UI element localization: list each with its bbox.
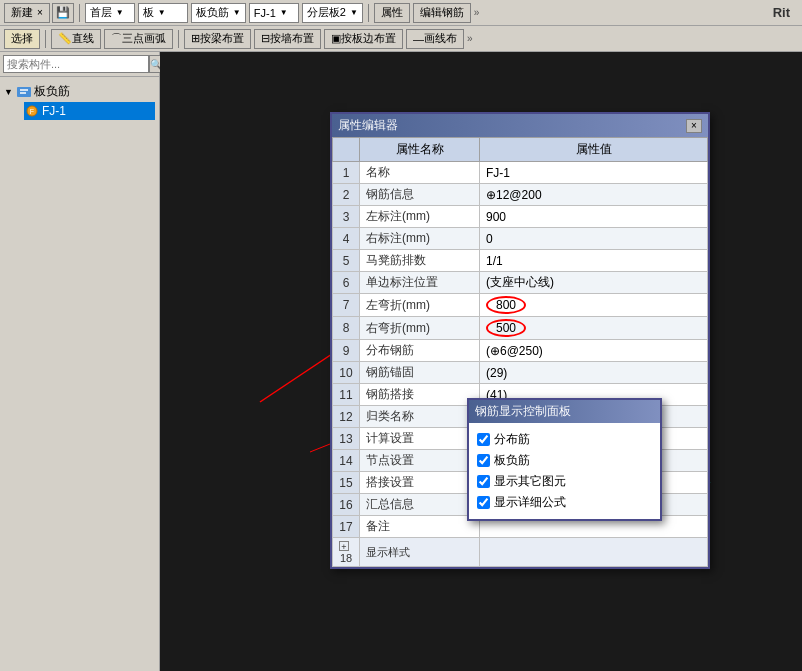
prop-row-num-13: 13 xyxy=(333,428,360,450)
checkbox-3[interactable] xyxy=(477,496,490,509)
prop-row-value-8[interactable]: 500 xyxy=(480,317,708,340)
control-panel-title: 钢筋显示控制面板 xyxy=(469,400,660,423)
prop-row-name-18: 显示样式 xyxy=(360,538,480,567)
tree-root-item[interactable]: ▼ 板负筋 xyxy=(4,81,155,102)
prop-row-num-12: 12 xyxy=(333,406,360,428)
straight-btn[interactable]: 📏 直线 xyxy=(51,29,101,49)
select-btn[interactable]: 选择 xyxy=(4,29,40,49)
prop-row-name-17: 备注 xyxy=(360,516,480,538)
straight-label: 直线 xyxy=(72,31,94,46)
prop-row-value-18 xyxy=(480,538,708,567)
tree-expand-icon[interactable]: ▼ xyxy=(4,87,16,97)
checkbox-row-2: 显示其它图元 xyxy=(477,471,652,492)
tree-child-icon: F xyxy=(24,104,40,118)
dialog-title-bar[interactable]: 属性编辑器 × xyxy=(332,114,708,137)
prop-row-name-12: 归类名称 xyxy=(360,406,480,428)
board-dropdown[interactable]: 板 xyxy=(138,3,188,23)
prop-row-num-5: 5 xyxy=(333,250,360,272)
three-point-btn[interactable]: ⌒ 三点画弧 xyxy=(104,29,173,49)
new-button[interactable]: 新建 × xyxy=(4,3,50,23)
three-point-label: 三点画弧 xyxy=(122,31,166,46)
prop-row-value-10: (29) xyxy=(480,362,708,384)
search-bar: 🔍 xyxy=(0,52,159,77)
prop-row-value-9: (⊕6@250) xyxy=(480,340,708,362)
close-tab-icon[interactable]: × xyxy=(37,7,43,18)
prop-row-num-17: 17 xyxy=(333,516,360,538)
expand-icon-18[interactable]: + xyxy=(339,541,349,551)
rebar-type-dropdown[interactable]: 板负筋 xyxy=(191,3,246,23)
dialog-close-btn[interactable]: × xyxy=(686,119,702,133)
double-arrow2: » xyxy=(467,33,473,44)
prop-row-value-2: ⊕12@200 xyxy=(480,184,708,206)
floor-dropdown[interactable]: 首层 xyxy=(85,3,135,23)
dialog-title-text: 属性编辑器 xyxy=(338,117,398,134)
checkbox-label-0: 分布筋 xyxy=(494,431,530,448)
sep4 xyxy=(178,30,179,48)
double-arrow1: » xyxy=(474,7,480,18)
select-label: 选择 xyxy=(11,31,33,46)
checkbox-2[interactable] xyxy=(477,475,490,488)
checkbox-0[interactable] xyxy=(477,433,490,446)
sep3 xyxy=(45,30,46,48)
prop-row-value-3[interactable]: 900 xyxy=(480,206,708,228)
checkbox-row-1: 板负筋 xyxy=(477,450,652,471)
edit-rebar-btn[interactable]: 编辑钢筋 xyxy=(413,3,471,23)
prop-row-value-4[interactable]: 0 xyxy=(480,228,708,250)
prop-row-num-16: 16 xyxy=(333,494,360,516)
attr-btn[interactable]: 属性 xyxy=(374,3,410,23)
prop-row-num-6: 6 xyxy=(333,272,360,294)
fj-dropdown[interactable]: FJ-1 xyxy=(249,3,299,23)
sep1 xyxy=(79,4,80,22)
prop-row-name-15: 搭接设置 xyxy=(360,472,480,494)
sep2 xyxy=(368,4,369,22)
checkbox-label-3: 显示详细公式 xyxy=(494,494,566,511)
save-icon-btn[interactable]: 💾 xyxy=(52,3,74,23)
tree-area: ▼ 板负筋 F xyxy=(0,77,159,671)
tree-child-label: FJ-1 xyxy=(42,104,66,118)
svg-text:F: F xyxy=(30,108,34,115)
toolbar-row1: 新建 × 💾 首层 板 板负筋 FJ-1 分层板2 属性 编辑钢筋 » Rit xyxy=(0,0,802,26)
checkbox-label-2: 显示其它图元 xyxy=(494,473,566,490)
prop-row-name-11: 钢筋搭接 xyxy=(360,384,480,406)
by-beam-label: 按梁布置 xyxy=(200,31,244,46)
prop-row-num-18: +18 xyxy=(333,538,360,567)
prop-row-num-3: 3 xyxy=(333,206,360,228)
prop-row-name-7: 左弯折(mm) xyxy=(360,294,480,317)
draw-line-icon: — xyxy=(413,33,424,45)
canvas-area: J-FJ-1⊕12@200 属性编辑器 × 属性名称 属性值 1名称FJ-12钢… xyxy=(160,52,802,671)
attr-btn-label: 属性 xyxy=(381,5,403,20)
checkbox-label-1: 板负筋 xyxy=(494,452,530,469)
control-panel-body: 分布筋板负筋显示其它图元显示详细公式 xyxy=(469,423,660,519)
prop-row-name-16: 汇总信息 xyxy=(360,494,480,516)
toolbar-row2: 选择 📏 直线 ⌒ 三点画弧 ⊞ 按梁布置 ⊟ 按墙布置 ▣ 按板边布置 — 画… xyxy=(0,26,802,52)
prop-row-name-10: 钢筋锚固 xyxy=(360,362,480,384)
prop-row-num-2: 2 xyxy=(333,184,360,206)
prop-row-value-7[interactable]: 800 xyxy=(480,294,708,317)
by-beam-btn[interactable]: ⊞ 按梁布置 xyxy=(184,29,251,49)
tree-child-fj1[interactable]: F FJ-1 xyxy=(24,102,155,120)
control-panel: 钢筋显示控制面板 分布筋板负筋显示其它图元显示详细公式 xyxy=(467,398,662,521)
prop-row-num-10: 10 xyxy=(333,362,360,384)
layer-dropdown[interactable]: 分层板2 xyxy=(302,3,363,23)
by-wall-btn[interactable]: ⊟ 按墙布置 xyxy=(254,29,321,49)
by-edge-label: 按板边布置 xyxy=(341,31,396,46)
checkbox-1[interactable] xyxy=(477,454,490,467)
prop-row-name-2: 钢筋信息 xyxy=(360,184,480,206)
search-input[interactable] xyxy=(3,55,149,73)
by-edge-btn[interactable]: ▣ 按板边布置 xyxy=(324,29,403,49)
checkbox-row-3: 显示详细公式 xyxy=(477,492,652,513)
draw-line-label: 画线布 xyxy=(424,31,457,46)
tree-child-group: F FJ-1 xyxy=(4,102,155,120)
layer-label: 分层板2 xyxy=(307,5,346,20)
draw-line-btn[interactable]: — 画线布 xyxy=(406,29,464,49)
prop-row-value-6: (支座中心线) xyxy=(480,272,708,294)
prop-row-value-1[interactable]: FJ-1 xyxy=(480,162,708,184)
new-label: 新建 xyxy=(11,5,33,20)
floor-label: 首层 xyxy=(90,5,112,20)
prop-row-num-7: 7 xyxy=(333,294,360,317)
prop-row-name-13: 计算设置 xyxy=(360,428,480,450)
prop-row-name-6: 单边标注位置 xyxy=(360,272,480,294)
edit-rebar-label: 编辑钢筋 xyxy=(420,5,464,20)
left-panel: 🔍 ▼ 板负筋 F xyxy=(0,52,160,671)
prop-row-name-1: 名称 xyxy=(360,162,480,184)
